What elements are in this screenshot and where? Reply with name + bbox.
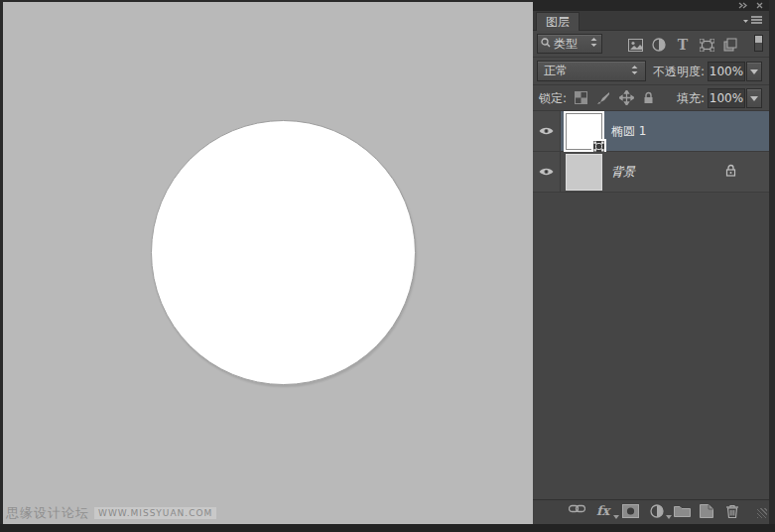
canvas-left-edge	[0, 0, 3, 532]
document-canvas[interactable]: 思缘设计论坛 WWW.MISSYUAN.COM	[0, 0, 533, 532]
resize-grip[interactable]	[757, 508, 767, 518]
lock-all-icon[interactable]	[643, 91, 654, 107]
smartobject-filter-icon[interactable]	[722, 37, 738, 53]
pixel-filter-icon[interactable]	[627, 37, 643, 53]
layer-style-icon[interactable]: fx	[596, 503, 609, 518]
collapse-panel-icon[interactable]	[738, 2, 748, 9]
add-mask-icon[interactable]	[622, 504, 639, 518]
filter-toggle[interactable]	[754, 35, 763, 52]
new-layer-icon[interactable]	[700, 504, 713, 518]
blend-mode-value: 正常	[544, 63, 630, 79]
canvas-top-edge	[0, 0, 533, 2]
spinner-icon	[589, 37, 598, 51]
layers-list: 椭圆 1 背景	[533, 111, 769, 193]
shape-filter-icon[interactable]	[699, 37, 714, 53]
link-layers-icon[interactable]	[569, 504, 585, 513]
chevron-down-icon	[666, 515, 672, 519]
text-filter-icon[interactable]: T	[675, 37, 691, 53]
layer-name[interactable]: 椭圆 1	[611, 123, 646, 140]
opacity-dropdown-button[interactable]	[746, 62, 762, 81]
watermark-url: WWW.MISSYUAN.COM	[94, 507, 216, 519]
eye-icon	[539, 126, 554, 136]
adjustment-layer-icon[interactable]	[650, 504, 664, 518]
window-bottom-edge	[0, 524, 775, 532]
fill-value[interactable]: 100%	[708, 88, 745, 108]
panel-menu-icon[interactable]	[741, 14, 765, 28]
tab-layers-label: 图层	[546, 14, 570, 31]
background-thumbnail	[566, 154, 602, 191]
layer-thumbnail[interactable]	[566, 154, 602, 191]
tab-layers[interactable]: 图层	[536, 12, 580, 31]
fill-dropdown-button[interactable]	[746, 88, 762, 108]
lock-label: 锁定:	[539, 89, 567, 106]
ellipse-shape[interactable]	[151, 120, 416, 385]
new-group-icon[interactable]	[674, 504, 691, 517]
adjustment-filter-icon[interactable]	[651, 37, 667, 53]
layer-thumbnail[interactable]	[566, 113, 602, 150]
chevron-down-icon	[613, 515, 619, 519]
watermark: 思缘设计论坛 WWW.MISSYUAN.COM	[6, 504, 216, 522]
chevron-down-icon	[750, 96, 758, 101]
blend-mode-select[interactable]: 正常	[537, 61, 646, 81]
watermark-site: 思缘设计论坛	[6, 504, 89, 522]
filter-type-label: 类型	[554, 36, 578, 53]
lock-pixels-brush-icon[interactable]	[596, 91, 610, 107]
layer-row-background[interactable]: 背景	[533, 152, 769, 193]
visibility-toggle[interactable]	[533, 111, 561, 151]
search-icon	[541, 37, 551, 51]
blend-row: 正常 不透明度: 100%	[533, 58, 769, 85]
panel-tab-bar: 图层	[533, 11, 769, 31]
opacity-label: 不透明度:	[653, 63, 705, 79]
layer-row-ellipse[interactable]: 椭圆 1	[533, 111, 769, 152]
close-icon[interactable]	[756, 2, 763, 9]
fill-label: 填充:	[677, 89, 705, 106]
layer-name[interactable]: 背景	[611, 164, 635, 181]
lock-transparency-icon[interactable]	[575, 91, 587, 107]
spinner-icon	[630, 65, 639, 78]
layers-panel: 图层 类型 T	[533, 0, 775, 532]
trash-icon[interactable]	[725, 504, 739, 518]
eye-icon	[539, 167, 554, 177]
panel-title-bar	[533, 0, 769, 11]
panel-toolbar: fx	[533, 499, 769, 524]
lock-row: 锁定: 填充: 100%	[533, 85, 769, 111]
lock-icon	[725, 164, 736, 180]
lock-position-icon[interactable]	[619, 90, 634, 108]
opacity-value[interactable]: 100%	[708, 62, 745, 81]
layers-empty-area	[533, 193, 769, 499]
filter-type-select[interactable]: 类型	[537, 34, 602, 54]
visibility-toggle[interactable]	[533, 152, 561, 192]
chevron-down-icon	[750, 69, 758, 74]
filter-row: 类型 T	[533, 31, 769, 58]
